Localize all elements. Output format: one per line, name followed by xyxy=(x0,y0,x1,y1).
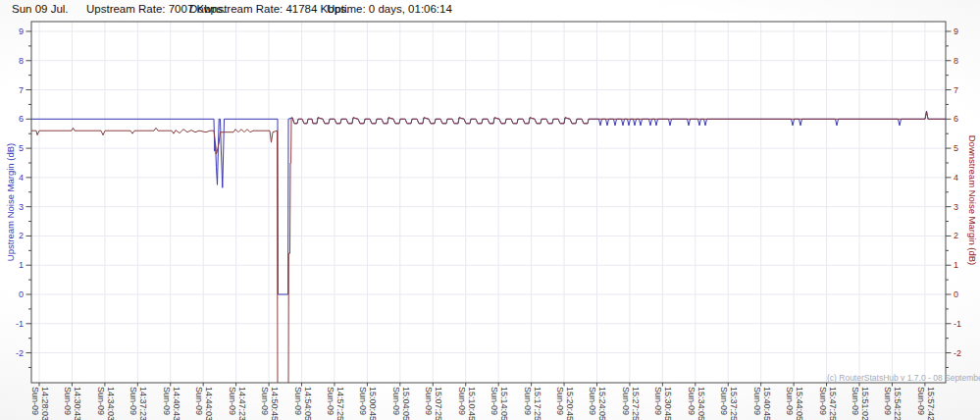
x-label-time: 15:47:25 xyxy=(828,387,838,420)
x-label-time: 15:37:25 xyxy=(729,387,739,420)
x-label-day: Sun-09 xyxy=(63,387,73,415)
x-label-day: Sun-09 xyxy=(326,387,335,415)
x-label-day: Sun-09 xyxy=(653,387,663,415)
x-label-time: 15:27:25 xyxy=(631,387,641,420)
x-label-day: Sun-09 xyxy=(687,387,696,415)
x-label-time: 15:57:42 xyxy=(926,387,936,420)
x-label-day: Sun-09 xyxy=(588,387,597,415)
svg-text:3: 3 xyxy=(954,202,958,212)
x-label-day: Sun-09 xyxy=(555,387,565,415)
y-axis-left: 9876543210-1-2 xyxy=(16,26,31,367)
x-label-time: 14:50:45 xyxy=(270,387,280,420)
svg-text:-2: -2 xyxy=(954,348,961,358)
x-label-day: Sun-09 xyxy=(30,387,40,415)
x-label-day: Sun-09 xyxy=(883,387,893,415)
x-label-day: Sun-09 xyxy=(194,387,204,415)
x-label-time: 14:44:03 xyxy=(204,387,214,420)
x-label-time: 14:34:03 xyxy=(106,387,116,420)
x-label-day: Sun-09 xyxy=(490,387,499,415)
svg-text:3: 3 xyxy=(19,202,24,212)
noise-margin-chart: 9876543210-1-29876543210-1-2Sun-0914:28:… xyxy=(0,0,980,420)
svg-text:-1: -1 xyxy=(954,319,961,329)
x-label-day: Sun-09 xyxy=(162,387,172,415)
svg-text:1: 1 xyxy=(19,260,24,270)
svg-text:1: 1 xyxy=(954,260,958,270)
x-label-time: 14:54:05 xyxy=(303,387,313,420)
right-axis-title: Downstream Noise Margin (dB) xyxy=(967,135,978,266)
x-label-time: 14:37:23 xyxy=(138,387,148,420)
svg-text:4: 4 xyxy=(19,173,24,183)
x-label-day: Sun-09 xyxy=(228,387,237,415)
x-label-day: Sun-09 xyxy=(916,387,926,415)
x-label-day: Sun-09 xyxy=(621,387,631,415)
svg-text:9: 9 xyxy=(954,26,958,36)
x-label-day: Sun-09 xyxy=(424,387,434,415)
x-label-day: Sun-09 xyxy=(129,387,138,415)
x-axis-labels: Sun-0914:28:03Sun-0914:30:43Sun-0914:34:… xyxy=(30,383,936,420)
x-label-time: 15:54:22 xyxy=(893,387,903,420)
x-label-time: 15:10:45 xyxy=(467,387,477,420)
svg-text:4: 4 xyxy=(954,173,958,183)
svg-text:6: 6 xyxy=(954,114,958,124)
svg-text:2: 2 xyxy=(954,231,958,240)
x-label-time: 15:14:05 xyxy=(499,387,509,420)
x-label-time: 15:00:45 xyxy=(368,387,378,420)
x-label-time: 15:17:25 xyxy=(533,387,542,420)
x-label-time: 15:04:05 xyxy=(401,387,411,420)
plot-area xyxy=(31,22,946,383)
x-label-day: Sun-09 xyxy=(260,387,270,415)
x-label-time: 15:51:02 xyxy=(860,387,870,420)
svg-text:8: 8 xyxy=(19,56,24,66)
svg-text:5: 5 xyxy=(19,143,24,153)
svg-text:0: 0 xyxy=(19,289,24,299)
x-label-day: Sun-09 xyxy=(391,387,401,415)
x-label-time: 15:20:45 xyxy=(565,387,575,420)
x-label-time: 15:40:45 xyxy=(762,387,772,420)
x-label-day: Sun-09 xyxy=(96,387,106,415)
x-label-day: Sun-09 xyxy=(719,387,729,415)
x-label-day: Sun-09 xyxy=(851,387,860,415)
x-label-time: 14:28:03 xyxy=(40,387,50,420)
x-label-time: 15:07:25 xyxy=(434,387,443,420)
watermark-text: (c) RouterStatsHub v 1.7.0 - 08 Septembe xyxy=(827,373,980,383)
x-label-day: Sun-09 xyxy=(457,387,467,415)
x-label-day: Sun-09 xyxy=(358,387,368,415)
x-label-time: 15:44:05 xyxy=(795,387,804,420)
svg-text:-1: -1 xyxy=(16,319,24,329)
x-label-day: Sun-09 xyxy=(752,387,762,415)
x-label-time: 14:30:43 xyxy=(73,387,82,420)
svg-text:7: 7 xyxy=(19,85,24,95)
svg-text:0: 0 xyxy=(954,289,958,299)
x-label-time: 15:30:45 xyxy=(663,387,673,420)
svg-text:7: 7 xyxy=(954,85,958,95)
x-label-day: Sun-09 xyxy=(818,387,828,415)
x-label-time: 14:47:23 xyxy=(237,387,247,420)
svg-text:5: 5 xyxy=(954,143,958,153)
x-label-time: 15:34:05 xyxy=(696,387,706,420)
y-axis-right: 9876543210-1-2 xyxy=(946,26,961,367)
svg-text:-2: -2 xyxy=(16,348,24,358)
x-label-day: Sun-09 xyxy=(523,387,533,415)
svg-text:9: 9 xyxy=(19,26,24,36)
svg-text:8: 8 xyxy=(954,56,958,66)
x-label-day: Sun-09 xyxy=(785,387,795,415)
x-label-day: Sun-09 xyxy=(293,387,303,415)
svg-text:6: 6 xyxy=(19,114,24,124)
x-label-time: 15:24:05 xyxy=(597,387,607,420)
x-label-time: 14:40:43 xyxy=(172,387,181,420)
left-axis-title: Upstream Noise Margin (dB) xyxy=(5,143,16,261)
router-stats-window: Sun 09 Jul. Upstream Rate: 7007 Kbps. Do… xyxy=(0,0,980,420)
svg-text:2: 2 xyxy=(19,231,24,240)
x-label-time: 14:57:25 xyxy=(335,387,345,420)
